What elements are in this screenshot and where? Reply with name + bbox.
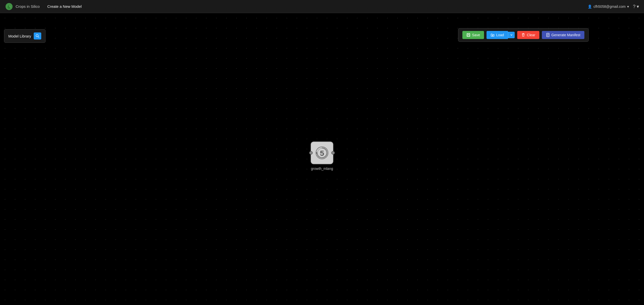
help-icon: ?	[633, 4, 635, 9]
canvas-node[interactable]: 5 growth_mlang	[311, 141, 333, 171]
load-button[interactable]: Load	[487, 31, 508, 39]
app-name: Crops in Silico	[16, 4, 40, 9]
node-icon: 5	[314, 145, 330, 160]
node-box[interactable]: 5	[311, 141, 333, 164]
user-icon: 👤	[588, 5, 592, 9]
model-library-label: Model Library	[8, 34, 31, 38]
save-button[interactable]: Save	[462, 31, 484, 39]
model-library-search-button[interactable]	[34, 32, 41, 40]
load-icon	[491, 33, 495, 37]
node-connector-right	[331, 151, 335, 155]
nav-right: 👤 cfh5058@gmail.com ▾ ? ▾	[588, 4, 639, 9]
load-dropdown-icon	[510, 34, 513, 36]
node-label: growth_mlang	[311, 167, 333, 171]
node-connector-left	[309, 151, 313, 155]
save-icon	[466, 33, 470, 37]
generate-manifest-label: Generate Manifest	[551, 33, 580, 37]
navbar: Crops in Silico Create a New Model 👤 cfh…	[0, 0, 644, 13]
canvas-area[interactable]: Model Library Save L	[0, 13, 644, 305]
help-button[interactable]: ? ▾	[633, 4, 639, 9]
generate-icon	[546, 33, 550, 37]
save-label: Save	[472, 33, 480, 37]
load-dropdown-button[interactable]	[508, 32, 515, 38]
load-label: Load	[496, 33, 504, 37]
generate-manifest-button[interactable]: Generate Manifest	[542, 31, 584, 39]
clear-label: Clear	[527, 33, 535, 37]
page-title: Create a New Model	[47, 4, 82, 9]
clear-icon	[521, 33, 525, 37]
svg-rect-3	[467, 35, 469, 36]
svg-text:5: 5	[320, 149, 324, 157]
model-library-panel: Model Library	[4, 29, 46, 43]
clear-button[interactable]: Clear	[517, 31, 539, 39]
load-button-group: Load	[487, 31, 515, 39]
search-icon	[35, 34, 39, 38]
user-menu[interactable]: 👤 cfh5058@gmail.com ▾	[588, 5, 629, 9]
help-dropdown-icon: ▾	[637, 4, 639, 9]
user-dropdown-icon: ▾	[627, 5, 629, 9]
app-logo	[5, 3, 13, 11]
user-email: cfh5058@gmail.com	[593, 5, 626, 9]
toolbar-panel: Save Load Clear	[458, 28, 589, 42]
